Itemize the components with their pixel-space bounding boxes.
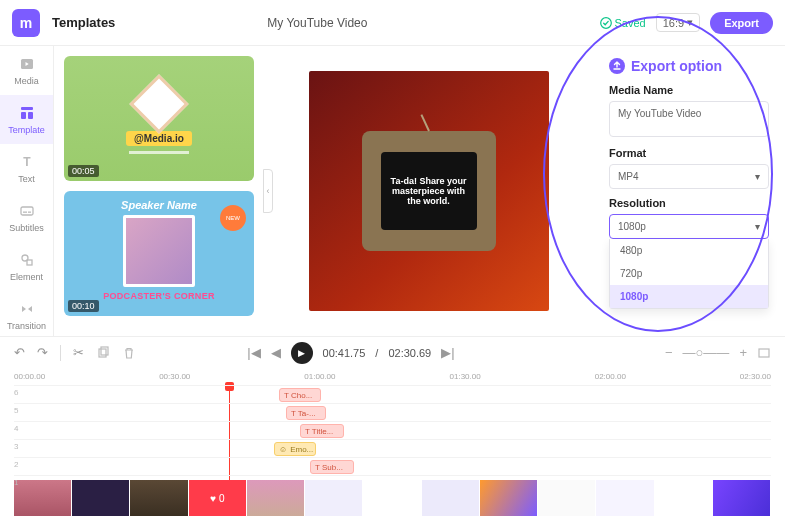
svg-rect-2 — [21, 107, 33, 110]
resolution-option-1080p[interactable]: 1080p — [610, 285, 768, 308]
video-preview[interactable]: Ta-da! Share your masterpiece with the w… — [309, 71, 549, 311]
svg-rect-3 — [21, 112, 26, 119]
thumbnail — [14, 480, 72, 516]
sidebar-item-label: Template — [8, 125, 45, 135]
track-4[interactable]: 4 T Title... — [14, 421, 771, 439]
ruler-tick: 00:30.00 — [159, 372, 190, 381]
redo-button[interactable]: ↷ — [37, 345, 48, 360]
ruler-tick: 01:00.00 — [304, 372, 335, 381]
sidebar-item-element[interactable]: Element — [0, 242, 53, 291]
thumbnail — [655, 480, 713, 516]
clip-text-6[interactable]: T Cho... — [279, 388, 321, 402]
templates-column: @Media.io 00:05 Speaker Name NEW PODCAST… — [54, 46, 264, 336]
track-number: 1 — [14, 478, 18, 487]
skip-start-button[interactable]: |◀ — [247, 345, 260, 360]
svg-rect-6 — [21, 207, 33, 215]
export-button[interactable]: Export — [710, 12, 773, 34]
project-title[interactable]: My YouTube Video — [267, 16, 467, 30]
thumbnail — [422, 480, 480, 516]
track-2[interactable]: 2 T Sub... — [14, 457, 771, 475]
template-card-1[interactable]: @Media.io 00:05 — [64, 56, 254, 181]
template-1-duration: 00:05 — [68, 165, 99, 177]
zoom-in-button[interactable]: + — [739, 345, 747, 360]
delete-button[interactable] — [122, 346, 136, 360]
track-6[interactable]: 6 T Cho... — [14, 385, 771, 403]
track-number: 3 — [14, 442, 18, 451]
zoom-out-button[interactable]: − — [665, 345, 673, 360]
sidebar-item-label: Element — [10, 272, 43, 282]
sidebar-item-label: Media — [14, 76, 39, 86]
play-button[interactable]: ▶ — [291, 342, 313, 364]
sidebar-item-subtitles[interactable]: Subtitles — [0, 193, 53, 242]
clip-text-5[interactable]: T Ta-... — [286, 406, 326, 420]
total-time: 02:30.69 — [388, 347, 431, 359]
thumbnail — [596, 480, 654, 516]
media-name-label: Media Name — [609, 84, 769, 96]
svg-rect-12 — [99, 349, 106, 357]
zoom-slider[interactable]: —○—— — [683, 345, 730, 360]
emoji-icon: ☺ — [279, 445, 287, 454]
collapse-handle[interactable]: ‹ — [263, 169, 273, 213]
export-title-text: Export option — [631, 58, 722, 74]
sidebar-item-media[interactable]: Media — [0, 46, 53, 95]
media-name-input[interactable]: My YouTube Video — [609, 101, 769, 137]
svg-rect-7 — [23, 212, 27, 213]
track-number: 2 — [14, 460, 18, 469]
resolution-select[interactable]: 1080p ▾ — [609, 214, 769, 239]
sidebar-item-transition[interactable]: Transition — [0, 291, 53, 340]
templates-tab[interactable]: Templates — [52, 15, 115, 30]
resolution-option-720p[interactable]: 720p — [610, 262, 768, 285]
export-icon — [609, 58, 625, 74]
svg-rect-8 — [28, 212, 31, 213]
fit-button[interactable] — [757, 346, 771, 360]
template-card-2[interactable]: Speaker Name NEW PODCASTER'S CORNER 00:1… — [64, 191, 254, 316]
saved-indicator: Saved — [600, 17, 646, 29]
cut-button[interactable]: ✂ — [73, 345, 84, 360]
undo-button[interactable]: ↶ — [14, 345, 25, 360]
thumbnail — [480, 480, 538, 516]
clip-emoji-3[interactable]: ☺Emo... — [274, 442, 316, 456]
track-1[interactable]: 1 ♥ 0 — [14, 475, 771, 493]
subtitles-icon — [18, 202, 36, 220]
left-sidebar: Media Template T Text Subtitles Element … — [0, 46, 54, 336]
chevron-down-icon: ▾ — [687, 16, 693, 29]
next-frame-button[interactable]: ▶| — [441, 345, 454, 360]
ruler-tick: 00:00.00 — [14, 372, 45, 381]
resolution-dropdown: 480p 720p 1080p — [609, 239, 769, 309]
track-3[interactable]: 3 ☺Emo... — [14, 439, 771, 457]
resolution-label: Resolution — [609, 197, 769, 209]
app-logo[interactable]: m — [12, 9, 40, 37]
track-number: 5 — [14, 406, 18, 415]
text-icon: T — [18, 153, 36, 171]
timeline[interactable]: 00:00.00 00:30.00 01:00.00 01:30.00 02:0… — [0, 368, 785, 493]
track-5[interactable]: 5 T Ta-... — [14, 403, 771, 421]
video-track-thumbnails[interactable]: ♥ 0 — [14, 480, 771, 516]
template-1-bar — [129, 151, 189, 154]
thumbnail — [305, 480, 363, 516]
copy-button[interactable] — [96, 346, 110, 360]
top-bar: m Templates My YouTube Video Saved 16:9 … — [0, 0, 785, 46]
prev-frame-button[interactable]: ◀ — [271, 345, 281, 360]
sidebar-item-label: Text — [18, 174, 35, 184]
sidebar-item-label: Transition — [7, 321, 46, 331]
export-panel: Export option Media Name My YouTube Vide… — [593, 46, 785, 336]
svg-text:T: T — [23, 155, 31, 169]
thumbnail — [130, 480, 188, 516]
clip-text-2[interactable]: T Sub... — [310, 460, 354, 474]
aspect-ratio-selector[interactable]: 16:9 ▾ — [656, 13, 700, 32]
track-number: 4 — [14, 424, 18, 433]
ruler-tick: 01:30.00 — [450, 372, 481, 381]
media-icon — [18, 55, 36, 73]
svg-rect-13 — [101, 347, 108, 355]
sidebar-item-text[interactable]: T Text — [0, 144, 53, 193]
thumbnail — [363, 480, 421, 516]
clip-text-4[interactable]: T Title... — [300, 424, 344, 438]
template-2-title: PODCASTER'S CORNER — [103, 291, 215, 301]
format-select[interactable]: MP4 ▾ — [609, 164, 769, 189]
format-label: Format — [609, 147, 769, 159]
track-number: 6 — [14, 388, 18, 397]
sidebar-item-template[interactable]: Template — [0, 95, 53, 144]
current-time: 00:41.75 — [323, 347, 366, 359]
resolution-option-480p[interactable]: 480p — [610, 239, 768, 262]
svg-rect-10 — [27, 260, 32, 265]
